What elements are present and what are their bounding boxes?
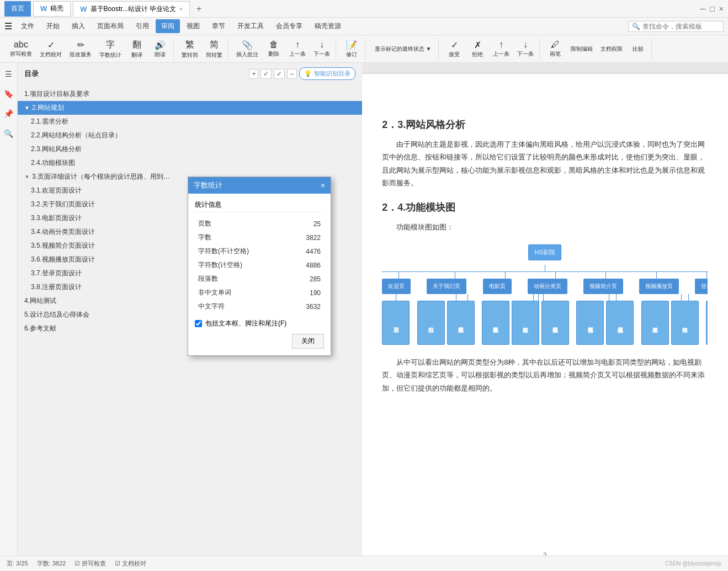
prev-change-icon: ↑ xyxy=(499,40,503,50)
to-traditional-button[interactable]: 简 简转繁 xyxy=(203,38,226,60)
reject-button[interactable]: ✗ 拒绝 xyxy=(466,39,488,60)
toc-collapse-button[interactable]: − xyxy=(287,69,296,79)
toc-item-2-1[interactable]: 2.1.需求分析 xyxy=(18,115,362,129)
sidebar-icon-panel: ☰ 🔖 📌 🔍 xyxy=(0,63,18,556)
prev-change-button[interactable]: ↑ 上一条 xyxy=(490,39,513,59)
smart-toc-button[interactable]: 💡 智能识别目录 xyxy=(299,67,355,80)
bookmark-icon[interactable]: 🔖 xyxy=(2,87,15,100)
dialog-title-bar: 字数统计 × xyxy=(188,177,331,194)
stat-value-chinese: 3632 xyxy=(289,300,324,313)
document-area[interactable]: 2．3.网站风格分析 由于网站的主题是影视，因此选用了主体偏向黑暗风格，给用户以… xyxy=(362,63,729,556)
table-row: 页数 25 xyxy=(195,217,324,231)
toc-add-button[interactable]: + xyxy=(249,69,258,79)
toc-item-2-3[interactable]: 2.3.网站风格分析 xyxy=(18,142,362,156)
toc-check2-button[interactable]: ✓ xyxy=(274,69,285,79)
diagram-l1-connectors xyxy=(382,272,708,279)
toolbar: abc 拼写检查 ✓ 文档校对 ✏ 批改服务 字 字数统计 翻 翻译 🔊 朗读 … xyxy=(0,35,728,63)
compare-button[interactable]: 比较 xyxy=(627,44,649,54)
to-simplified-button[interactable]: 繁 繁转简 xyxy=(178,38,201,60)
menu-vip[interactable]: 会员专享 xyxy=(270,19,308,33)
menu-layout[interactable]: 页面布局 xyxy=(92,19,129,33)
menu-dev[interactable]: 开发工具 xyxy=(232,19,269,33)
doc-protect-button[interactable]: 文档权限 xyxy=(597,44,626,54)
toc-item-1[interactable]: 1.项目设计目标及要求 xyxy=(18,87,362,101)
menu-review[interactable]: 审阅 xyxy=(156,19,180,33)
toc-item-2[interactable]: ▼ 2.网站规划 xyxy=(18,101,362,115)
bookmark2-icon[interactable]: 📌 xyxy=(2,107,15,120)
correct-service-button[interactable]: ✏ 批改服务 xyxy=(66,39,95,60)
maximize-button[interactable]: □ xyxy=(710,4,714,13)
prev-comment-button[interactable]: ↑ 上一条 xyxy=(286,39,309,59)
delete-icon: 🗑 xyxy=(269,40,278,50)
pen-icon: 🖊 xyxy=(551,40,560,50)
toc-icon[interactable]: ☰ xyxy=(2,67,15,81)
toc-item-2-2[interactable]: 2.2.网站结构分析（站点目录） xyxy=(18,129,362,142)
translate-button[interactable]: 翻 翻译 xyxy=(126,38,148,60)
diag-sub-movie2: 搜索电影 xyxy=(512,301,539,345)
heading-2-4: 2．4.功能模块图 xyxy=(382,201,708,214)
translate-icon: 翻 xyxy=(132,39,141,51)
toc-item-3-8-label: 3.8.注册页面设计 xyxy=(31,282,82,292)
toc-item-3-arrow: ▼ xyxy=(24,174,30,180)
dialog-body: 统计信息 页数 25 字数 3822 字符数(不计空格) 4476 字符数(计空… xyxy=(188,194,331,355)
menu-view[interactable]: 视图 xyxy=(181,19,205,33)
menu-chapter[interactable]: 章节 xyxy=(206,19,231,33)
track-changes-button[interactable]: 📝 修订 xyxy=(341,39,363,60)
toc-check1-button[interactable]: ✓ xyxy=(261,69,272,79)
doc-tab-close[interactable]: × xyxy=(179,6,183,12)
stat-value-words: 190 xyxy=(289,286,324,300)
diag-sub-video2: 评论投稿 xyxy=(671,301,699,345)
include-textbox-checkbox[interactable]: 包括文本框、脚注和尾注(F) xyxy=(195,319,324,328)
spell-status[interactable]: ☑ 拼写检查 xyxy=(75,559,106,568)
word-count-icon: 字 xyxy=(106,39,115,51)
toolbar-group-comment: 📎 插入批注 🗑 删除 ↑ 上一条 ↓ 下一条 xyxy=(231,38,336,60)
app-tab[interactable]: W 稿壳 xyxy=(33,1,71,17)
read-icon: 🔊 xyxy=(155,40,166,50)
dialog-close-btn[interactable]: 关闭 xyxy=(292,334,324,349)
toc-item-2-label: 2.网站规划 xyxy=(32,103,64,113)
word-count-button[interactable]: 字 字数统计 xyxy=(96,38,125,60)
toc-item-2-4[interactable]: 2.4.功能模块图 xyxy=(18,156,362,170)
minimize-button[interactable]: ─ xyxy=(700,4,705,13)
close-button[interactable]: × xyxy=(719,4,724,13)
textbox-checkbox-input[interactable] xyxy=(195,320,202,327)
read-aloud-button[interactable]: 🔊 朗读 xyxy=(149,39,171,60)
next-change-button[interactable]: ↓ 下一条 xyxy=(514,39,537,59)
home-tab[interactable]: 首页 xyxy=(4,1,31,17)
table-row: 段落数 285 xyxy=(195,272,324,286)
app-name-label: 稿壳 xyxy=(50,4,63,13)
accept-button[interactable]: ✓ 接受 xyxy=(443,39,465,60)
diag-about-page: 关于我们页 xyxy=(427,279,466,294)
stat-value-chars: 3822 xyxy=(289,231,324,244)
menu-resources[interactable]: 稿壳资源 xyxy=(309,19,347,33)
diag-video-play-page: 视频播放页 xyxy=(639,279,679,294)
diag-sub-about1: 介绍我们 xyxy=(417,301,445,345)
search-input[interactable] xyxy=(642,23,720,30)
spell-check-button[interactable]: abc 拼写检查 xyxy=(7,39,35,59)
menu-file[interactable]: 文件 xyxy=(15,19,40,33)
find-icon[interactable]: 🔍 xyxy=(2,127,15,140)
dialog-close-button[interactable]: × xyxy=(321,181,325,190)
doc-check-button[interactable]: ✓ 文档校对 xyxy=(36,39,65,60)
display-mode-button[interactable]: 显示标记的最终状态 ▼ xyxy=(370,44,436,54)
new-tab-button[interactable]: + xyxy=(192,2,206,16)
doc-tab[interactable]: W 基于Boostr...站设计 毕业论文 × xyxy=(73,1,189,17)
menu-start[interactable]: 开始 xyxy=(41,19,65,33)
next-comment-button[interactable]: ↓ 下一条 xyxy=(310,39,333,59)
toc-item-4-label: 4.网站测试 xyxy=(24,296,56,306)
word-count-dialog[interactable]: 字数统计 × 统计信息 页数 25 字数 3822 字符数(不计空格) 4476 xyxy=(188,177,331,356)
watermark: CSDN @blyezuopinvip xyxy=(665,561,721,567)
insert-comment-button[interactable]: 📎 插入批注 xyxy=(233,39,262,60)
diag-video-intro-page: 视频简介页 xyxy=(583,279,623,294)
stat-label-para: 段落数 xyxy=(195,272,289,286)
pen-button[interactable]: 🖊 画笔 xyxy=(544,39,566,59)
delete-comment-button[interactable]: 🗑 删除 xyxy=(263,39,285,59)
word-count-status: 字数: 3822 xyxy=(37,559,66,568)
menu-toggle-icon[interactable]: ☰ xyxy=(4,21,12,31)
restrict-edit-button[interactable]: 限制编辑 xyxy=(567,44,596,54)
menu-reference[interactable]: 引用 xyxy=(130,19,155,33)
doc-check-status[interactable]: ☑ 文档校对 xyxy=(115,559,146,568)
diag-sub-anim1: 展示电影信息 xyxy=(576,301,604,345)
menu-insert[interactable]: 插入 xyxy=(66,19,91,33)
diagram-connector-root xyxy=(382,265,708,271)
